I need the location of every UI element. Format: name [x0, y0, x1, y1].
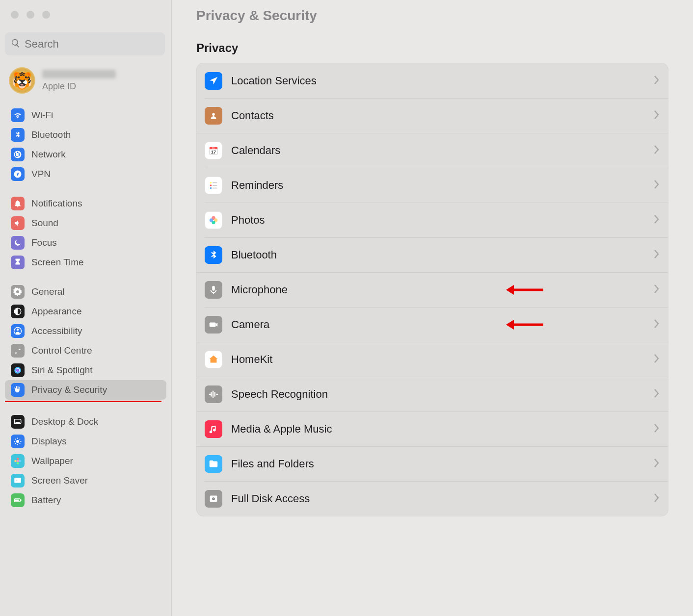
svg-point-24 [210, 184, 212, 186]
annotation-arrow [505, 283, 543, 297]
privacy-row-bluetooth[interactable]: Bluetooth [197, 237, 668, 272]
sidebar-item-notifications[interactable]: Notifications [5, 194, 166, 213]
home-icon [205, 351, 222, 368]
privacy-row-reminders[interactable]: Reminders [197, 168, 668, 203]
bell-icon [11, 197, 25, 210]
privacy-row-microphone[interactable]: Microphone [197, 272, 668, 307]
screensaver-icon [11, 474, 25, 488]
privacy-row-homekit[interactable]: HomeKit [197, 342, 668, 377]
search-input[interactable] [25, 38, 159, 51]
sidebar-item-label: Bluetooth [31, 129, 71, 140]
privacy-row-label: Contacts [231, 109, 274, 122]
svg-point-14 [16, 480, 17, 481]
privacy-row-camera[interactable]: Camera [197, 307, 668, 342]
speaker-icon [11, 216, 25, 230]
privacy-row-label: Speech Recognition [231, 388, 328, 401]
sidebar-item-label: Screen Saver [31, 475, 88, 486]
chevron-right-icon [653, 75, 660, 87]
chevron-right-icon [653, 109, 660, 122]
svg-point-23 [210, 181, 212, 183]
sidebar-item-privacy-security[interactable]: Privacy & Security [5, 380, 166, 400]
privacy-row-location-services[interactable]: Location Services [197, 63, 668, 98]
svg-point-8 [17, 460, 19, 462]
sidebar-item-vpn[interactable]: VPN [5, 164, 166, 184]
chevron-right-icon [653, 492, 660, 505]
siri-icon [11, 363, 25, 377]
privacy-row-label: Camera [231, 318, 269, 331]
sidebar-item-label: Notifications [31, 198, 82, 209]
fullscreen-window-button[interactable] [42, 11, 50, 19]
account-row[interactable]: 🐯 Apple ID [9, 67, 166, 94]
chevron-right-icon [653, 179, 660, 192]
chevron-right-icon [653, 249, 660, 261]
sidebar-item-sound[interactable]: Sound [5, 213, 166, 233]
sidebar-item-label: Wi-Fi [31, 110, 53, 121]
sidebar-item-label: Accessibility [31, 326, 82, 336]
sidebar-item-appearance[interactable]: Appearance [5, 302, 166, 321]
privacy-panel: Location ServicesContacts17JULCalendarsR… [196, 63, 668, 516]
svg-rect-34 [210, 322, 216, 327]
sidebar-item-siri-spotlight[interactable]: Siri & Spotlight [5, 360, 166, 380]
privacy-row-photos[interactable]: Photos [197, 203, 668, 237]
svg-point-10 [19, 460, 21, 462]
svg-rect-28 [213, 187, 217, 188]
privacy-row-label: HomeKit [231, 353, 272, 366]
photos-icon [205, 211, 222, 229]
chevron-right-icon [653, 353, 660, 366]
sidebar-item-battery[interactable]: Battery [5, 490, 166, 510]
sidebar-item-bluetooth[interactable]: Bluetooth [5, 125, 166, 145]
sidebar-item-network[interactable]: Network [5, 145, 166, 164]
privacy-row-label: Full Disk Access [231, 492, 310, 505]
svg-point-1 [17, 329, 19, 331]
sidebar-item-label: Wallpaper [31, 456, 73, 466]
sidebar-item-wallpaper[interactable]: Wallpaper [5, 451, 166, 471]
vpn-icon [11, 167, 25, 181]
privacy-row-media-apple-music[interactable]: Media & Apple Music [197, 411, 668, 446]
minimize-window-button[interactable] [27, 11, 34, 19]
sidebar-item-general[interactable]: General [5, 282, 166, 302]
sidebar-item-screen-time[interactable]: Screen Time [5, 253, 166, 272]
calendar-icon: 17JUL [205, 142, 222, 159]
privacy-row-calendars[interactable]: 17JULCalendars [197, 133, 668, 168]
svg-rect-27 [213, 185, 217, 186]
waveform-icon [205, 385, 222, 403]
hourglass-icon [11, 256, 25, 269]
location-icon [205, 72, 222, 90]
svg-point-18 [212, 113, 215, 116]
sidebar: 🐯 Apple ID Wi-FiBluetoothNetworkVPNNotif… [0, 0, 171, 616]
svg-rect-26 [213, 182, 217, 183]
sidebar-item-label: Siri & Spotlight [31, 365, 93, 376]
sidebar-item-displays[interactable]: Displays [5, 432, 166, 451]
chevron-right-icon [653, 144, 660, 157]
sidebar-item-desktop-dock[interactable]: Desktop & Dock [5, 412, 166, 432]
sidebar-item-label: Desktop & Dock [31, 416, 98, 427]
sidebar-item-label: VPN [31, 169, 51, 180]
privacy-row-label: Photos [231, 214, 265, 227]
privacy-row-label: Microphone [231, 283, 288, 296]
window-controls [5, 9, 166, 19]
privacy-row-speech-recognition[interactable]: Speech Recognition [197, 377, 668, 411]
svg-point-32 [210, 218, 213, 222]
privacy-row-files-and-folders[interactable]: Files and Folders [197, 446, 668, 481]
disk-icon [205, 490, 222, 508]
avatar: 🐯 [9, 67, 35, 94]
gear-icon [11, 285, 25, 299]
sidebar-item-accessibility[interactable]: Accessibility [5, 321, 166, 341]
account-subtitle: Apple ID [42, 81, 116, 92]
switches-icon [11, 344, 25, 358]
sidebar-item-control-centre[interactable]: Control Centre [5, 341, 166, 360]
privacy-row-contacts[interactable]: Contacts [197, 98, 668, 133]
privacy-row-label: Media & Apple Music [231, 423, 332, 436]
search-field[interactable] [5, 32, 165, 55]
sidebar-item-focus[interactable]: Focus [5, 233, 166, 253]
chevron-right-icon [653, 214, 660, 227]
privacy-row-full-disk-access[interactable]: Full Disk Access [197, 481, 668, 516]
svg-rect-17 [21, 500, 22, 501]
sidebar-item-label: Appearance [31, 306, 81, 317]
svg-point-11 [17, 462, 19, 464]
sidebar-item-wi-fi[interactable]: Wi-Fi [5, 105, 166, 125]
close-window-button[interactable] [11, 11, 19, 19]
wifi-icon [11, 108, 25, 122]
bluetooth-icon [11, 128, 25, 142]
sidebar-item-screen-saver[interactable]: Screen Saver [5, 471, 166, 490]
